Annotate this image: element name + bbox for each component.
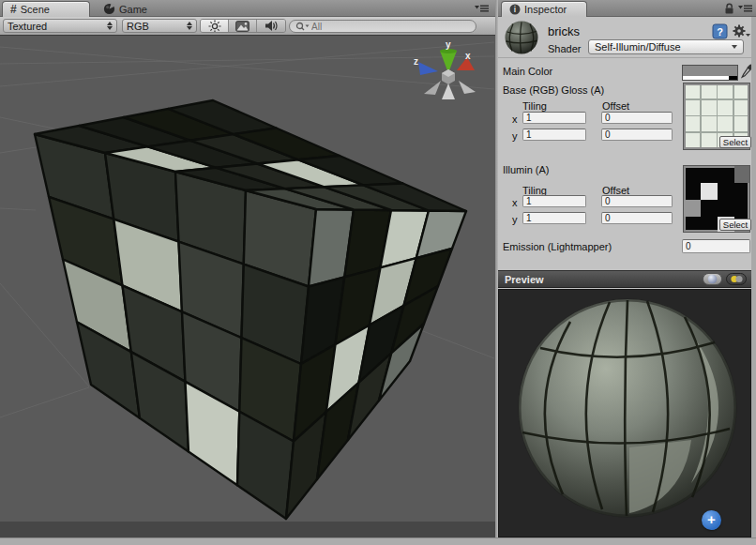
unity-editor-window: # Scene Game Textured RGB (0, 0, 756, 545)
base-tiling-y-input[interactable] (522, 129, 586, 141)
shader-value: Self-Illumin/Diffuse (595, 41, 681, 53)
shader-label: Shader (548, 43, 581, 54)
tab-game-label: Game (119, 4, 147, 15)
svg-text:i: i (514, 5, 516, 14)
tab-inspector-label: Inspector (524, 4, 567, 15)
base-x-label: x (512, 114, 518, 125)
info-icon: i (509, 4, 521, 15)
scene-grid-icon: # (10, 5, 17, 14)
sun-icon (208, 20, 221, 33)
inspector-panel: bricks Shader Self-Illumin/Diffuse ? (498, 17, 751, 537)
base-texture-select-button[interactable]: Select (719, 136, 751, 148)
illumin-offset-x-input[interactable] (601, 195, 673, 207)
illumin-x-label: x (512, 197, 518, 208)
base-tiling-header: Tiling (522, 100, 547, 112)
inspector-lock-icon[interactable] (724, 3, 734, 14)
tab-scene[interactable]: # Scene (2, 1, 90, 17)
render-mode-value: Textured (8, 21, 103, 32)
color-mode-value: RGB (127, 21, 183, 32)
emission-input[interactable] (682, 239, 750, 253)
gear-icon[interactable] (732, 23, 750, 39)
add-button[interactable]: + (702, 510, 721, 530)
inspector-tabbar: i Inspector (498, 0, 756, 17)
gizmo-z-label: z (414, 56, 418, 67)
image-icon (235, 21, 249, 32)
scene-pane-menu-icon[interactable] (475, 4, 490, 13)
search-icon (295, 22, 310, 32)
tab-scene-label: Scene (21, 4, 50, 15)
audio-toggle-button[interactable] (257, 20, 285, 32)
speaker-icon (265, 20, 279, 32)
material-name: bricks (548, 24, 580, 38)
inspector-pane-menu-icon[interactable] (738, 4, 753, 13)
main-color-swatch[interactable] (682, 65, 738, 81)
scene-viewport[interactable]: y x z (0, 36, 495, 522)
base-section-label: Base (RGB) Gloss (A) (503, 84, 604, 96)
scene-3d-view: y x z (0, 36, 495, 522)
tab-inspector[interactable]: i Inspector (501, 1, 587, 17)
color-mode-dropdown[interactable]: RGB (122, 19, 197, 33)
render-mode-dropdown[interactable]: Textured (3, 19, 117, 33)
material-sphere-thumbnail (504, 20, 539, 55)
chevron-down-icon (732, 45, 737, 49)
gizmo-z-axis (418, 62, 438, 75)
illumin-section-label: Illumin (A) (503, 164, 550, 175)
illumin-tiling-x-input[interactable] (522, 195, 586, 207)
scene-search-field[interactable] (289, 20, 476, 33)
lighting-dots-icon (730, 275, 744, 283)
base-offset-header: Offset (602, 100, 629, 112)
sphere-icon (707, 274, 718, 284)
material-header: bricks Shader Self-Illumin/Diffuse ? (498, 17, 751, 58)
popup-arrows-icon (107, 22, 113, 30)
preview-header[interactable]: Preview (498, 270, 751, 288)
main-color-label: Main Color (503, 66, 552, 77)
scene-tabbar: # Scene Game (0, 0, 495, 17)
scene-view-toggles (200, 19, 286, 33)
window-resize-strip[interactable] (0, 537, 756, 545)
preview-sphere (499, 290, 750, 537)
base-offset-y-input[interactable] (601, 129, 673, 141)
game-icon (103, 3, 115, 15)
shader-dropdown[interactable]: Self-Illumin/Diffuse (588, 39, 744, 54)
scene-toolbar: Textured RGB (0, 17, 495, 36)
preview-sphere-button[interactable] (703, 273, 722, 285)
illumin-offset-y-input[interactable] (601, 212, 673, 224)
illumin-y-label: y (512, 214, 518, 225)
illumin-texture-select-button[interactable]: Select (719, 219, 751, 231)
svg-text:?: ? (717, 26, 723, 38)
preview-lighting-button[interactable] (726, 273, 747, 285)
illumin-tiling-y-input[interactable] (522, 212, 586, 224)
preview-title: Preview (505, 274, 544, 285)
base-tiling-x-input[interactable] (522, 112, 586, 124)
gizmo-x-label: x (465, 51, 471, 61)
popup-arrows-icon (187, 22, 192, 30)
base-y-label: y (512, 130, 518, 142)
emission-label: Emission (Lightmapper) (503, 241, 612, 252)
window-right-edge (751, 17, 756, 537)
gizmo-y-label: y (446, 39, 451, 50)
skybox-toggle-button[interactable] (229, 20, 257, 32)
help-icon[interactable]: ? (712, 23, 728, 39)
scene-search-input[interactable] (311, 22, 452, 32)
lighting-toggle-button[interactable] (201, 20, 229, 32)
scene-bottom-strip (0, 522, 495, 537)
tab-game[interactable]: Game (96, 1, 171, 17)
base-offset-x-input[interactable] (601, 112, 673, 124)
material-preview-area[interactable]: + (498, 289, 751, 537)
